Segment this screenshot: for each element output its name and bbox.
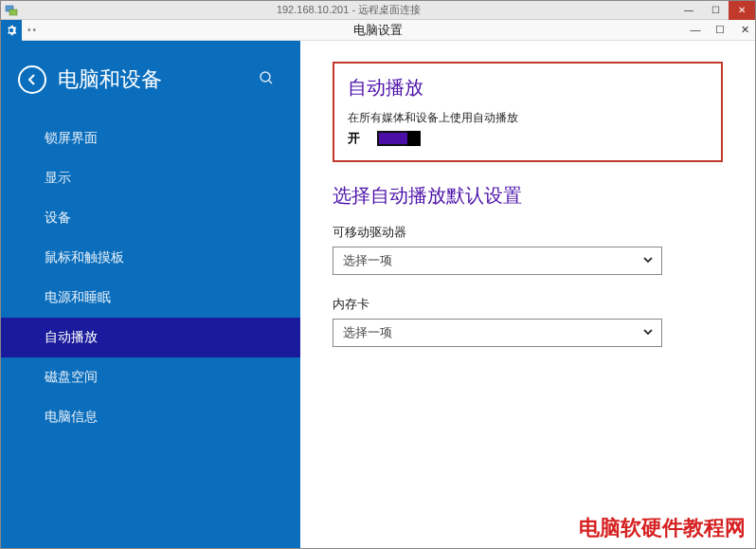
gear-icon[interactable] bbox=[1, 20, 22, 41]
sidebar-item-display[interactable]: 显示 bbox=[1, 158, 300, 198]
autoplay-toggle-row: 开 bbox=[348, 130, 708, 147]
close-button[interactable]: ✕ bbox=[729, 1, 755, 20]
memory-value: 选择一项 bbox=[343, 324, 392, 341]
main-layout: 电脑和设备 锁屏界面 显示 设备 鼠标和触摸板 电源和睡眠 自动播放 磁盘空间 … bbox=[1, 41, 755, 548]
inner-minimize-button[interactable]: — bbox=[689, 24, 702, 36]
sidebar-item-diskspace[interactable]: 磁盘空间 bbox=[1, 357, 300, 397]
svg-point-2 bbox=[261, 72, 270, 82]
sidebar-item-devices[interactable]: 设备 bbox=[1, 198, 300, 238]
memory-label: 内存卡 bbox=[333, 296, 723, 313]
minimize-button[interactable]: — bbox=[675, 1, 702, 20]
rdp-titlebar: 192.168.10.201 - 远程桌面连接 — ☐ ✕ bbox=[1, 1, 755, 20]
memory-select[interactable]: 选择一项 bbox=[333, 319, 662, 347]
sidebar-title: 电脑和设备 bbox=[58, 65, 259, 94]
maximize-button[interactable]: ☐ bbox=[702, 1, 729, 20]
removable-field: 可移动驱动器 选择一项 bbox=[333, 224, 723, 275]
chevron-down-icon bbox=[642, 326, 654, 340]
autoplay-description: 在所有媒体和设备上使用自动播放 bbox=[348, 110, 708, 126]
rdp-window-controls: — ☐ ✕ bbox=[675, 1, 755, 20]
chevron-down-icon bbox=[642, 254, 654, 268]
menu-dots-icon[interactable]: •• bbox=[27, 25, 38, 35]
removable-label: 可移动驱动器 bbox=[333, 224, 723, 241]
defaults-title: 选择自动播放默认设置 bbox=[333, 183, 723, 209]
rdp-icon bbox=[5, 4, 18, 17]
rdp-title: 192.168.10.201 - 远程桌面连接 bbox=[22, 3, 675, 17]
app-title: 电脑设置 bbox=[353, 22, 403, 39]
watermark: 电脑软硬件教程网 bbox=[579, 514, 746, 542]
sidebar-item-power[interactable]: 电源和睡眠 bbox=[1, 278, 300, 318]
autoplay-toggle[interactable] bbox=[377, 131, 421, 146]
highlight-box: 自动播放 在所有媒体和设备上使用自动播放 开 bbox=[333, 62, 723, 162]
inner-window-controls: — ☐ ✕ bbox=[689, 24, 751, 36]
search-icon[interactable] bbox=[259, 70, 274, 89]
sidebar-item-mouse[interactable]: 鼠标和触摸板 bbox=[1, 238, 300, 278]
sidebar-header: 电脑和设备 bbox=[1, 65, 300, 111]
sidebar-item-pcinfo[interactable]: 电脑信息 bbox=[1, 397, 300, 437]
sidebar-item-lockscreen[interactable]: 锁屏界面 bbox=[1, 119, 300, 158]
memory-field: 内存卡 选择一项 bbox=[333, 296, 723, 347]
sidebar-items: 锁屏界面 显示 设备 鼠标和触摸板 电源和睡眠 自动播放 磁盘空间 电脑信息 bbox=[1, 119, 300, 437]
toggle-thumb bbox=[407, 131, 421, 146]
sidebar: 电脑和设备 锁屏界面 显示 设备 鼠标和触摸板 电源和睡眠 自动播放 磁盘空间 … bbox=[1, 41, 300, 548]
autoplay-title: 自动播放 bbox=[348, 75, 708, 101]
removable-select[interactable]: 选择一项 bbox=[333, 247, 662, 275]
inner-maximize-button[interactable]: ☐ bbox=[713, 24, 727, 36]
content-panel: 自动播放 在所有媒体和设备上使用自动播放 开 选择自动播放默认设置 可移动驱动器… bbox=[300, 41, 755, 548]
inner-close-button[interactable]: ✕ bbox=[738, 24, 751, 36]
sidebar-item-autoplay[interactable]: 自动播放 bbox=[1, 318, 300, 357]
removable-value: 选择一项 bbox=[343, 252, 392, 269]
svg-rect-1 bbox=[9, 9, 17, 15]
app-header: •• 电脑设置 — ☐ ✕ bbox=[1, 20, 755, 41]
back-button[interactable] bbox=[18, 65, 46, 94]
toggle-state-label: 开 bbox=[348, 130, 360, 147]
